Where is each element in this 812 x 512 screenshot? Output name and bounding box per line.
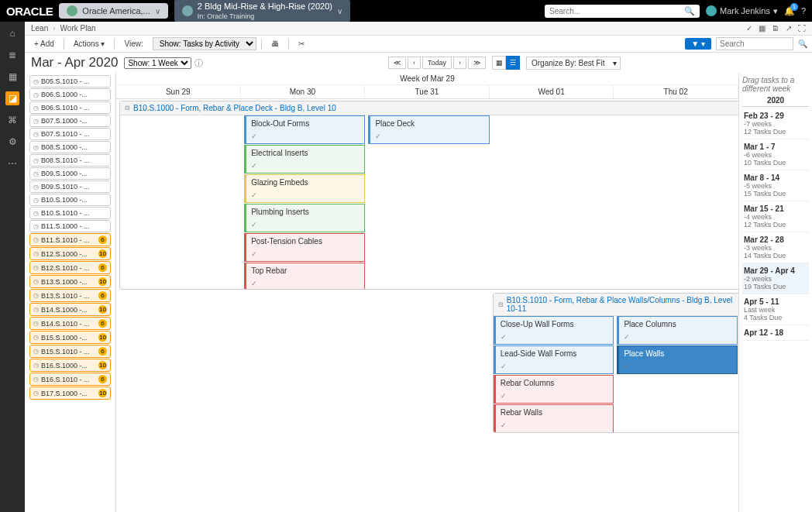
task-card[interactable]: Place Deck✓	[368, 115, 489, 144]
task-card[interactable]: Close-Up Wall Forms✓	[494, 316, 614, 345]
weeks-panel[interactable]: Drag tasks to a different week 2020 Feb …	[738, 73, 812, 512]
notification-bell[interactable]: 🔔1	[784, 6, 795, 16]
task-card[interactable]: Lead-Side Wall Forms✓	[494, 345, 614, 374]
task-list[interactable]: ◷B05.S.1010 - ...◷B06.S.1000 -...◷B06.S.…	[25, 73, 116, 512]
search-icon[interactable]: 🔍	[798, 40, 807, 48]
task-card[interactable]: Post-Tension Cables✓	[244, 233, 365, 262]
view-select[interactable]: Show: Tasks by Activity	[153, 37, 256, 50]
week-item[interactable]: Apr 12 - 18	[742, 325, 809, 341]
day-column: Wed 01	[490, 85, 614, 98]
nav-first[interactable]: ≪	[388, 57, 406, 69]
week-item[interactable]: Mar 29 - Apr 4-2 weeks19 Tasks Due	[742, 263, 809, 294]
task-list-item[interactable]: ◷B13.S.1010 - ...6	[29, 289, 111, 302]
task-list-item[interactable]: ◷B16.S.1000 -...10	[29, 359, 111, 372]
help-icon[interactable]: ?	[801, 6, 806, 15]
global-search-input[interactable]	[549, 7, 684, 15]
user-menu[interactable]: Mark Jenkins ▾	[706, 5, 778, 16]
task-card[interactable]: Plumbing Inserts✓	[244, 204, 365, 232]
add-button[interactable]: + Add	[29, 38, 59, 50]
task-list-item[interactable]: ◷B07.S.1000 -...	[29, 115, 111, 127]
task-list-item[interactable]: ◷B15.S.1000 -...10	[29, 331, 111, 344]
collapse-icon[interactable]: ⊟	[125, 105, 130, 112]
task-list-item[interactable]: ◷B15.S.1010 - ...6	[29, 345, 111, 358]
info-icon[interactable]: ⓘ	[194, 57, 203, 69]
nav-prev[interactable]: ‹	[408, 57, 421, 69]
week-item[interactable]: Mar 1 - 7-6 weeks10 Tasks Due	[742, 139, 809, 170]
crumb-workplan[interactable]: Work Plan	[60, 24, 96, 33]
week-item[interactable]: Feb 23 - 29-7 weeks12 Tasks Due	[742, 108, 809, 139]
task-list-item[interactable]: ◷B13.S.1000 -...10	[29, 275, 111, 288]
swimlane-header[interactable]: ⊟B10.S.1000 - Form, Rebar & Place Deck -…	[120, 101, 738, 115]
task-card[interactable]: Rebar Walls✓	[494, 404, 614, 433]
show-week-select[interactable]: Show: 1 Week	[124, 57, 191, 69]
task-list-item[interactable]: ◷B06.S.1010 - ...	[29, 101, 111, 114]
expand-icon[interactable]: ⛶	[798, 24, 806, 33]
nav-next[interactable]: ›	[453, 57, 466, 69]
title-row: Mar - Apr 2020 Show: 1 Week ⓘ ≪ ‹ Today …	[25, 53, 812, 73]
clock-icon: ◷	[33, 292, 39, 299]
nav-today[interactable]: Today	[422, 57, 452, 69]
week-sub: Last week	[744, 306, 807, 314]
calendar-grid[interactable]: ⊟B10.S.1000 - Form, Rebar & Place Deck -…	[116, 99, 738, 512]
global-search[interactable]: 🔍	[545, 5, 700, 18]
view-grid[interactable]: ▦	[492, 56, 506, 70]
task-list-item[interactable]: ◷B10.S.1000 -...	[29, 194, 111, 206]
scissors-icon[interactable]: ✂	[294, 38, 309, 50]
task-list-item[interactable]: ◷B14.S.1000 -...10	[29, 303, 111, 316]
share-icon[interactable]: ↗	[786, 24, 792, 33]
task-label: B11.S.1000 - ...	[41, 222, 90, 230]
organize-select[interactable]: Organize By: Best Fit	[526, 57, 621, 70]
week-item[interactable]: Mar 15 - 21-4 weeks12 Tasks Due	[742, 201, 809, 232]
crumb-lean[interactable]: Lean	[31, 24, 48, 33]
task-list-item[interactable]: ◷B05.S.1010 - ...	[29, 75, 111, 88]
task-label: B07.S.1010 - ...	[41, 130, 90, 138]
week-item[interactable]: Apr 5 - 11Last week4 Tasks Due	[742, 294, 809, 325]
task-list-item[interactable]: ◷B11.S.1000 - ...	[29, 220, 111, 232]
weeks-year: 2020	[742, 96, 809, 107]
task-list-item[interactable]: ◷B09.S.1000 -...	[29, 167, 111, 180]
tool-icon-2[interactable]: 🗎	[772, 24, 779, 33]
home-icon[interactable]: ⌂	[5, 26, 19, 40]
filter-button[interactable]: ▼ ▾	[685, 38, 711, 50]
week-item[interactable]: Mar 8 - 14-5 weeks15 Tasks Due	[742, 170, 809, 201]
task-card[interactable]: Rebar Columns✓	[494, 375, 614, 404]
task-list-item[interactable]: ◷B12.S.1010 - ...6	[29, 261, 111, 274]
clock-icon: ◷	[33, 91, 39, 98]
workplan-icon[interactable]: ◪	[5, 91, 19, 105]
view-list[interactable]: ☰	[506, 56, 520, 70]
task-card[interactable]: Place Walls✓	[617, 345, 738, 374]
task-card[interactable]: Block-Out Forms✓	[244, 115, 365, 144]
task-card[interactable]: Place Columns✓	[617, 316, 738, 345]
workspace-pill[interactable]: Oracle America,... ∨	[59, 3, 167, 19]
task-list-item[interactable]: ◷B07.S.1010 - ...	[29, 128, 111, 140]
link-icon[interactable]: ⌘	[5, 113, 19, 127]
task-card[interactable]: Glazing Embeds✓	[244, 174, 365, 203]
task-list-item[interactable]: ◷B11.S.1010 - ...6	[29, 233, 111, 246]
filter-search-input[interactable]	[716, 37, 793, 50]
print-icon[interactable]: 🖶	[267, 38, 284, 50]
collapse-icon[interactable]: ⊟	[498, 301, 504, 308]
actions-button[interactable]: Actions ▾	[69, 38, 110, 50]
grid-icon[interactable]: ▦	[5, 70, 19, 84]
tool-icon-1[interactable]: ▦	[759, 24, 766, 33]
week-item[interactable]: Mar 22 - 28-3 weeks14 Tasks Due	[742, 232, 809, 263]
task-list-item[interactable]: ◷B06.S.1000 -...	[29, 88, 111, 101]
task-list-item[interactable]: ◷B14.S.1010 - ...6	[29, 317, 111, 330]
task-list-item[interactable]: ◷B16.S.1010 - ...6	[29, 373, 111, 386]
nav-last[interactable]: ≫	[468, 57, 486, 69]
task-card[interactable]: Electrical Inserts✓	[244, 145, 365, 174]
settings-icon[interactable]: ⚙	[5, 135, 19, 149]
task-list-item[interactable]: ◷B12.S.1000 -...10	[29, 247, 111, 260]
task-list-item[interactable]: ◷B09.S.1010 - ...	[29, 180, 111, 193]
project-pill[interactable]: 2 Bldg Mid-Rise & High-Rise (2020) In: O…	[174, 0, 350, 22]
task-list-item[interactable]: ◷B08.S.1010 - ...	[29, 154, 111, 167]
swimlane-header[interactable]: ⊟B10.S.1010 - Form, Rebar & Place Walls/…	[494, 294, 738, 316]
task-list-item[interactable]: ◷B10.S.1010 - ...	[29, 207, 111, 219]
task-card[interactable]: Top Rebar✓	[244, 263, 365, 290]
list-icon[interactable]: ≣	[5, 48, 19, 62]
check-icon[interactable]: ✓	[746, 24, 752, 33]
task-list-item[interactable]: ◷B08.S.1000 -...	[29, 141, 111, 153]
more-icon[interactable]: ⋯	[5, 156, 19, 170]
task-list-item[interactable]: ◷B17.S.1000 -...10	[29, 387, 111, 400]
week-tasks: 4 Tasks Due	[744, 314, 807, 321]
